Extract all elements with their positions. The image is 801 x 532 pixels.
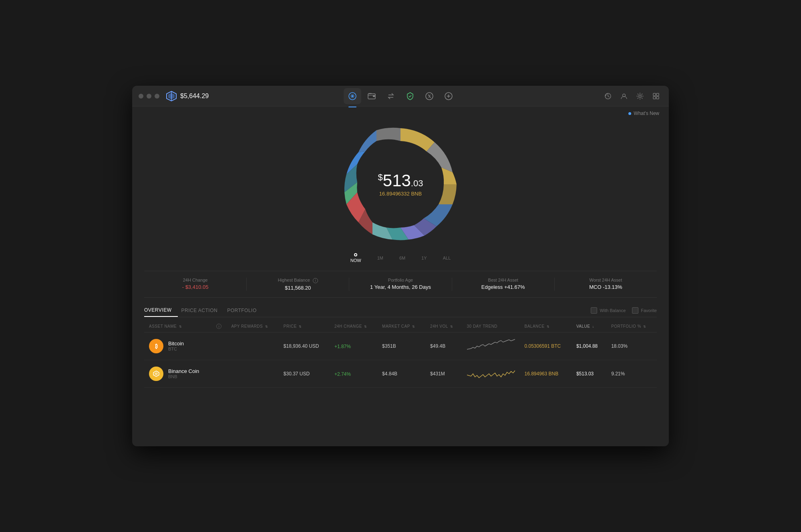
- table-row: Binance Coin BNB $30.37 USD +2.74% $4.84…: [144, 360, 657, 387]
- main-content: What's New: [132, 107, 669, 446]
- svg-rect-19: [656, 93, 659, 96]
- stat-24h-change-value: - $3,410.05: [152, 284, 238, 290]
- btc-apy-rewards-cell: [226, 332, 278, 360]
- btc-name: Bitcoin: [168, 341, 184, 347]
- bnb-symbol: BNB: [168, 374, 199, 379]
- th-value[interactable]: VALUE ↓: [572, 320, 606, 332]
- favorite-checkbox[interactable]: [632, 307, 638, 314]
- bnb-portfolio-pct-cell: 9.21%: [606, 360, 657, 387]
- nav-xdefi-button[interactable]: 𝕏: [421, 88, 438, 104]
- svg-rect-21: [656, 97, 659, 99]
- close-button[interactable]: [139, 94, 143, 99]
- bnb-vol-cell: $431M: [425, 360, 462, 387]
- tab-price-action[interactable]: PRICE ACTION: [181, 304, 224, 316]
- nav-stake-button[interactable]: [401, 88, 419, 104]
- bnb-trend-cell: [462, 360, 520, 387]
- th-price[interactable]: PRICE ⇅: [279, 320, 330, 332]
- th-portfolio-pct[interactable]: PORTFOLIO % ⇅: [606, 320, 657, 332]
- table-row: ₿ Bitcoin BTC $18,936.40 USD: [144, 332, 657, 360]
- btc-icon: ₿: [149, 339, 163, 353]
- maximize-button[interactable]: [155, 94, 159, 99]
- whats-new-label: What's New: [634, 111, 659, 116]
- th-24h-change[interactable]: 24H CHANGE ⇅: [330, 320, 377, 332]
- svg-text:₿: ₿: [155, 343, 158, 349]
- nav-bar: 𝕏: [344, 88, 457, 104]
- svg-text:𝕏: 𝕏: [428, 94, 431, 99]
- asset-name-cell: Binance Coin BNB: [144, 360, 211, 387]
- profile-button[interactable]: [618, 90, 630, 103]
- assets-table: ASSET NAME ⇅ i APY REWARDS ⇅ PRICE ⇅: [144, 320, 657, 388]
- time-now-button[interactable]: NOW: [350, 253, 361, 263]
- btc-portfolio-pct-cell: 18.03%: [606, 332, 657, 360]
- with-balance-checkbox[interactable]: [591, 307, 597, 314]
- grid-button[interactable]: [650, 90, 662, 103]
- whats-new-bar: What's New: [132, 107, 669, 116]
- bnb-change-value: +2.74%: [334, 371, 351, 377]
- titlebar-right-controls: [602, 90, 662, 103]
- nav-active-indicator: [348, 107, 356, 107]
- bnb-price-cell: $30.37 USD: [279, 360, 330, 387]
- bnb-mini-chart: [467, 365, 515, 381]
- btc-change-cell: +1.87%: [330, 332, 377, 360]
- stat-worst-24h-label: Worst 24H Asset: [563, 278, 649, 282]
- stat-24h-change-label: 24H Change: [152, 278, 238, 282]
- minimize-button[interactable]: [147, 94, 151, 99]
- whats-new-button[interactable]: What's New: [628, 111, 659, 116]
- btc-price-cell: $18,936.40 USD: [279, 332, 330, 360]
- tab-overview[interactable]: OVERVIEW: [144, 304, 178, 317]
- sort-arrow-vol: ⇅: [450, 325, 453, 328]
- th-market-cap[interactable]: MARKET CAP ⇅: [377, 320, 425, 332]
- nav-swap-button[interactable]: [382, 88, 400, 104]
- sort-arrow-change: ⇅: [364, 325, 367, 328]
- time-selector: NOW 1M 6M 1Y ALL: [350, 253, 451, 263]
- sort-arrow-asset: ⇅: [179, 325, 182, 328]
- favorite-toggle[interactable]: Favorite: [632, 307, 657, 314]
- traffic-lights: [139, 94, 159, 99]
- btc-trend-cell: [462, 332, 520, 360]
- svg-rect-20: [653, 97, 656, 99]
- tab-portfolio[interactable]: PORTFOLIO: [227, 304, 263, 316]
- stat-best-24h-label: Best 24H Asset: [460, 278, 546, 282]
- th-balance[interactable]: BALANCE ⇅: [520, 320, 572, 332]
- whats-new-dot: [628, 112, 631, 115]
- stat-best-24h: Best 24H Asset Edgeless +41.67%: [452, 278, 555, 291]
- nav-wallet-button[interactable]: [363, 88, 380, 104]
- btc-value-cell: $1,004.88: [572, 332, 606, 360]
- time-1m-button[interactable]: 1M: [377, 256, 383, 260]
- info-icon: i: [313, 278, 318, 283]
- donut-center-values: $513.03 16.89496332 BNB: [378, 172, 423, 197]
- sort-arrow-balance: ⇅: [547, 325, 550, 328]
- btc-symbol: BTC: [168, 347, 184, 351]
- app-window: $5,644.29: [132, 86, 669, 446]
- stats-section: 24H Change - $3,410.05 Highest Balance i…: [144, 271, 657, 298]
- th-24h-vol[interactable]: 24H VOL ⇅: [425, 320, 462, 332]
- bnb-balance-cell: 16.894963 BNB: [520, 360, 572, 387]
- sort-arrow-apy: ⇅: [265, 325, 268, 328]
- donut-sub-value: 16.89496332 BNB: [378, 191, 423, 197]
- bnb-change-cell: +2.74%: [330, 360, 377, 387]
- th-asset-name[interactable]: ASSET NAME ⇅: [144, 320, 211, 332]
- svg-marker-24: [155, 372, 158, 375]
- tabs-header: OVERVIEW PRICE ACTION PORTFOLIO With Bal…: [144, 304, 657, 317]
- with-balance-toggle[interactable]: With Balance: [591, 307, 626, 314]
- nav-overview-button[interactable]: [344, 88, 361, 104]
- history-button[interactable]: [602, 90, 614, 103]
- settings-button[interactable]: [634, 90, 646, 103]
- time-1y-button[interactable]: 1Y: [421, 256, 427, 260]
- svg-rect-18: [653, 93, 656, 96]
- time-all-button[interactable]: ALL: [443, 256, 451, 260]
- asset-name-cell: ₿ Bitcoin BTC: [144, 332, 211, 360]
- stat-24h-change: 24H Change - $3,410.05: [144, 278, 247, 291]
- th-info: i: [211, 320, 226, 332]
- stat-portfolio-age-value: 1 Year, 4 Months, 26 Days: [357, 284, 443, 290]
- nav-add-button[interactable]: [440, 88, 457, 104]
- titlebar: $5,644.29: [132, 86, 669, 107]
- th-apy-rewards[interactable]: APY REWARDS ⇅: [226, 320, 278, 332]
- sort-arrow-price: ⇅: [299, 325, 302, 328]
- sort-arrow-portfolio: ⇅: [643, 325, 646, 328]
- svg-point-5: [352, 95, 353, 97]
- time-6m-button[interactable]: 6M: [399, 256, 405, 260]
- btc-mcap-cell: $351B: [377, 332, 425, 360]
- stat-worst-24h: Worst 24H Asset MCO -13.13%: [555, 278, 657, 291]
- app-logo: $5,644.29: [166, 91, 209, 102]
